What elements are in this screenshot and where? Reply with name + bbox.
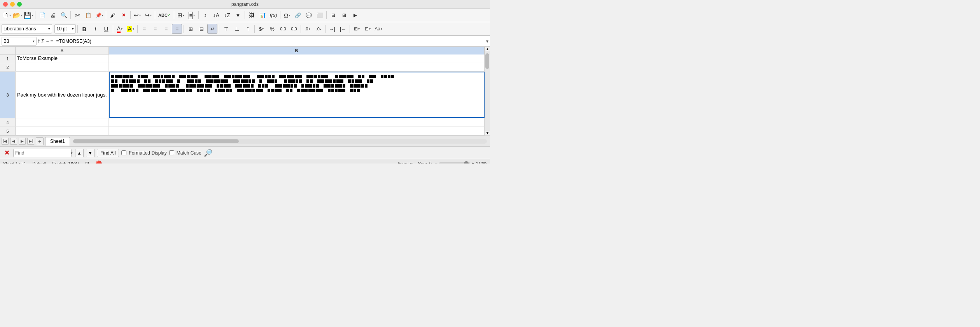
wrap-button[interactable]: ↵ [207, 24, 217, 34]
remove-decimal-button[interactable]: .0- [313, 24, 324, 34]
font-color-button[interactable]: A▾ [115, 24, 125, 34]
clear-button[interactable]: ✕ [119, 10, 129, 20]
export-pdf-button[interactable]: 📄 [37, 10, 47, 20]
currency-button[interactable]: $▾ [256, 24, 266, 34]
conditional-format-button[interactable]: ⊞▾ [352, 24, 362, 34]
zoom-out-button[interactable]: − [435, 161, 438, 164]
cell-b4[interactable] [109, 118, 485, 127]
special-char-button[interactable]: Ω▾ [282, 10, 292, 20]
underline-button[interactable]: U [101, 24, 111, 34]
add-decimal-button[interactable]: .0+ [303, 24, 313, 34]
autofilter-button[interactable]: ▼ [233, 10, 243, 20]
new-button[interactable]: 🗋▾ [2, 10, 12, 20]
cell-ref-dropdown-arrow[interactable]: ▾ [33, 39, 35, 43]
more-button[interactable]: ▶ [350, 10, 360, 20]
font-size-selector[interactable]: 10 pt ▾ [54, 24, 76, 33]
align-center-button[interactable]: ≡ [150, 24, 160, 34]
cell-a4[interactable] [16, 118, 109, 127]
italic-button[interactable]: I [90, 24, 100, 34]
find-close-button[interactable]: ✕ [2, 149, 11, 157]
formatted-display-checkbox[interactable] [121, 150, 126, 155]
find-button[interactable]: 🔍 [59, 10, 69, 20]
cell-a3[interactable]: Pack my box with five dozen liquor jugs. [16, 72, 109, 118]
horizontal-scrollbar[interactable] [73, 139, 487, 144]
undo-button[interactable]: ↩▾ [132, 10, 142, 20]
scroll-up-arrow[interactable]: ▲ [485, 47, 490, 51]
align-justify-button[interactable]: ≡ [172, 24, 182, 34]
other-options-icon[interactable]: 🔎 [204, 149, 212, 157]
selection-mode-icon[interactable]: ⊡ [85, 161, 89, 164]
format-num1-button[interactable]: 0.0 [278, 24, 288, 34]
copy-button[interactable]: 📋 [83, 10, 93, 20]
find-input[interactable] [13, 149, 72, 157]
tab-prev-button[interactable]: ◀ [10, 138, 17, 145]
merge-button[interactable]: ⊟ [196, 24, 206, 34]
minimize-button[interactable] [10, 2, 15, 7]
highlight-button[interactable]: A▾ [126, 24, 136, 34]
find-prev-button[interactable]: ▲ [75, 149, 84, 157]
page-break-button[interactable]: ⊟ [328, 10, 338, 20]
clone-formatting-button[interactable]: 🖌 [108, 10, 118, 20]
col-row-button[interactable]: ≡▾ [187, 10, 197, 20]
tab-first-button[interactable]: |◀ [2, 138, 9, 145]
find-next-button[interactable]: ▼ [86, 149, 94, 157]
bold-button[interactable]: B [79, 24, 89, 34]
align-right-button[interactable]: ≡ [161, 24, 171, 34]
insert-function-button[interactable]: f(x) [268, 10, 278, 20]
scroll-down-arrow[interactable]: ▼ [485, 131, 490, 135]
match-case-checkbox[interactable] [169, 150, 174, 155]
sort-button[interactable]: ↕ [200, 10, 210, 20]
increase-indent-button[interactable]: →| [327, 24, 337, 34]
valign-bot-button[interactable]: ⊺ [243, 24, 253, 34]
scroll-thumb[interactable] [485, 53, 489, 69]
record-changes-icon[interactable]: 🔴 [95, 160, 102, 164]
cell-a1[interactable]: ToMorse Example [16, 54, 109, 63]
insert-table-button[interactable]: ⊞▾ [176, 10, 186, 20]
tab-last-button[interactable]: ▶| [27, 138, 34, 145]
paste-button[interactable]: 📌▾ [94, 10, 104, 20]
cell-a5[interactable] [16, 127, 109, 135]
col-header-b[interactable]: B [109, 47, 485, 54]
tab-next-button[interactable]: ▶ [19, 138, 26, 145]
insert-hyperlink-button[interactable]: 🔗 [293, 10, 303, 20]
cell-b2[interactable] [109, 63, 485, 71]
formula-input[interactable] [55, 39, 485, 44]
spellcheck-button[interactable]: ABC ✓ [157, 10, 172, 20]
sort-asc-button[interactable]: ↓A [211, 10, 221, 20]
cell-b5[interactable] [109, 127, 485, 135]
insert-image-button[interactable]: 🖼 [247, 10, 257, 20]
borders-button[interactable]: ⊞ [186, 24, 196, 34]
sort-desc-button[interactable]: ↓Z [222, 10, 232, 20]
insert-comment-button[interactable]: 💬 [304, 10, 314, 20]
formula-expand-button[interactable]: ▾ [486, 39, 488, 44]
cell-a2[interactable] [16, 63, 109, 71]
find-dropdown-arrow[interactable]: ▾ [71, 151, 73, 155]
percent-button[interactable]: % [267, 24, 277, 34]
save-button[interactable]: 💾▾ [23, 10, 33, 20]
cut-button[interactable]: ✂ [72, 10, 82, 20]
page-style-button[interactable]: Aa▾ [373, 24, 383, 34]
zoom-slider[interactable] [439, 162, 470, 164]
zoom-in-button[interactable]: + [472, 161, 474, 164]
cell-b3[interactable] [109, 72, 485, 118]
decrease-indent-button[interactable]: |← [338, 24, 348, 34]
sheet-tab-sheet1[interactable]: Sheet1 [45, 137, 70, 146]
align-left-button[interactable]: ≡ [139, 24, 149, 34]
cell-b1[interactable] [109, 54, 485, 63]
vertical-scrollbar[interactable]: ▲ ▼ [485, 47, 490, 135]
col-header-a[interactable]: A [16, 47, 109, 54]
cell-reference-box[interactable]: B3 ▾ [2, 37, 37, 46]
close-button[interactable] [3, 2, 8, 7]
add-sheet-button[interactable]: + [36, 137, 44, 145]
open-button[interactable]: 📂▾ [12, 10, 23, 20]
h-scrollbar-thumb[interactable] [73, 139, 239, 143]
maximize-button[interactable] [17, 2, 22, 7]
font-selector[interactable]: Liberation Sans ▾ [2, 24, 52, 33]
freeze-button[interactable]: ⊞ [339, 10, 349, 20]
redo-button[interactable]: ↪▾ [143, 10, 153, 20]
valign-top-button[interactable]: ⊤ [221, 24, 231, 34]
valign-mid-button[interactable]: ⊥ [232, 24, 242, 34]
format-num2-button[interactable]: 0,0 [289, 24, 299, 34]
insert-box-button[interactable]: ⬜ [315, 10, 325, 20]
print-button[interactable]: 🖨 [48, 10, 58, 20]
